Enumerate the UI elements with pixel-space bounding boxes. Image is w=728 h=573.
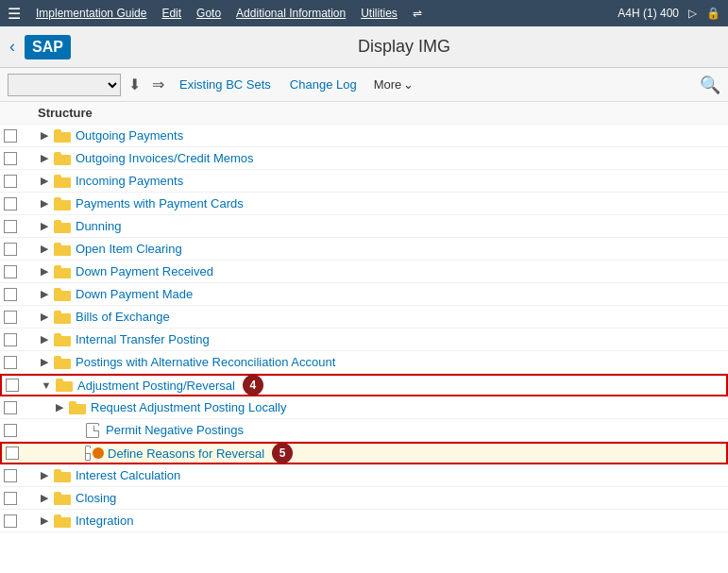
checkbox-request-adjustment[interactable] <box>4 401 17 414</box>
hamburger-icon[interactable]: ☰ <box>8 5 21 23</box>
toolbar-dropdown[interactable] <box>8 74 121 96</box>
tree-label-outgoing-payments[interactable]: Outgoing Payments <box>76 128 183 143</box>
tree-row-postings-alternative[interactable]: ▶Postings with Alternative Reconciliatio… <box>0 351 728 374</box>
tree-label-incoming-payments[interactable]: Incoming Payments <box>76 174 183 188</box>
checkbox-outgoing-invoices[interactable] <box>4 152 17 165</box>
more-menu[interactable]: More ⌄ <box>368 76 420 93</box>
tree-row-permit-negative[interactable]: Permit Negative Postings <box>0 419 728 442</box>
play-icon[interactable]: ▷ <box>688 7 697 20</box>
checkbox-closing[interactable] <box>4 492 17 505</box>
structure-header: Structure <box>0 102 728 125</box>
tree-label-interest-calculation[interactable]: Interest Calculation <box>76 468 180 482</box>
tree-label-bills-of-exchange[interactable]: Bills of Exchange <box>76 310 170 324</box>
tree-row-down-payment-received[interactable]: ▶Down Payment Received <box>0 261 728 283</box>
tree-label-postings-alternative[interactable]: Postings with Alternative Reconciliation… <box>76 355 335 369</box>
badge-adjustment-posting: 4 <box>243 375 263 396</box>
checkbox-outgoing-payments[interactable] <box>4 129 17 143</box>
expand-icon-integration[interactable]: ▶ <box>38 514 51 527</box>
checkbox-permit-negative[interactable] <box>4 424 17 437</box>
lock-icon[interactable]: 🔒 <box>706 7 720 20</box>
expand-icon-interest-calculation[interactable]: ▶ <box>38 469 51 481</box>
existing-bc-sets-link[interactable]: Existing BC Sets <box>172 76 279 93</box>
checkbox-interest-calculation[interactable] <box>4 469 17 482</box>
checkbox-open-item-clearing[interactable] <box>4 243 17 256</box>
menu-additional-info[interactable]: Additional Information <box>236 7 346 20</box>
clock-icon-define-reasons <box>85 445 104 462</box>
expand-icon-outgoing-payments[interactable]: ▶ <box>38 129 51 142</box>
menu-goto[interactable]: Goto <box>196 7 221 20</box>
tree-row-define-reasons[interactable]: Define Reasons for Reversal5 <box>0 442 728 464</box>
tree-row-dunning[interactable]: ▶Dunning <box>0 215 728 238</box>
expand-icon-adjustment-posting[interactable]: ▼ <box>40 379 53 391</box>
folder-icon-outgoing-payments <box>53 127 72 144</box>
tree-row-bills-of-exchange[interactable]: ▶Bills of Exchange <box>0 306 728 329</box>
checkbox-postings-alternative[interactable] <box>4 356 17 369</box>
expand-icon-incoming-payments[interactable]: ▶ <box>38 175 51 187</box>
expand-icon-outgoing-invoices[interactable]: ▶ <box>38 152 51 164</box>
tree-row-request-adjustment[interactable]: ▶Request Adjustment Posting Locally <box>0 396 728 419</box>
tree-row-outgoing-payments[interactable]: ▶Outgoing Payments <box>0 125 728 147</box>
expand-icon-open-item-clearing[interactable]: ▶ <box>38 243 51 255</box>
expand-icon-request-adjustment[interactable]: ▶ <box>53 401 66 413</box>
checkbox-bills-of-exchange[interactable] <box>4 311 17 324</box>
tree-label-adjustment-posting[interactable]: Adjustment Posting/Reversal <box>77 379 235 393</box>
expand-icon-down-payment-received[interactable]: ▶ <box>38 265 51 278</box>
tree-label-outgoing-invoices[interactable]: Outgoing Invoices/Credit Memos <box>76 151 254 165</box>
expand-icon-internal-transfer[interactable]: ▶ <box>38 333 51 345</box>
expand-icon-bills-of-exchange[interactable]: ▶ <box>38 311 51 323</box>
tree-row-down-payment-made[interactable]: ▶Down Payment Made <box>0 283 728 306</box>
tree-label-down-payment-received[interactable]: Down Payment Received <box>76 264 213 278</box>
expand-icon-postings-alternative[interactable]: ▶ <box>38 356 51 368</box>
folder-icon-outgoing-invoices <box>53 150 72 167</box>
checkbox-payments-cards[interactable] <box>4 197 17 211</box>
checkbox-define-reasons[interactable] <box>6 447 19 460</box>
header-bar: ‹ SAP Display IMG <box>0 26 728 68</box>
folder-icon-closing <box>53 490 72 507</box>
tree-row-closing[interactable]: ▶Closing <box>0 487 728 510</box>
tree-row-internal-transfer[interactable]: ▶Internal Transfer Posting <box>0 329 728 351</box>
folder-icon-internal-transfer <box>53 331 72 348</box>
expand-icon-down-payment-made[interactable]: ▶ <box>38 288 51 300</box>
tree-container: ▶Outgoing Payments▶Outgoing Invoices/Cre… <box>0 125 728 532</box>
checkbox-dunning[interactable] <box>4 220 17 233</box>
menu-arrow[interactable]: ⇌ <box>413 7 422 20</box>
search-icon[interactable]: 🔍 <box>700 75 720 95</box>
back-button[interactable]: ‹ <box>9 37 15 57</box>
expand-icon-dunning[interactable]: ▶ <box>38 220 51 232</box>
tree-label-internal-transfer[interactable]: Internal Transfer Posting <box>76 332 210 346</box>
system-icons: A4H (1) 400 ▷ 🔒 <box>618 7 720 20</box>
checkbox-down-payment-made[interactable] <box>4 288 17 301</box>
menu-utilities[interactable]: Utilities <box>361 7 398 20</box>
tree-row-open-item-clearing[interactable]: ▶Open Item Clearing <box>0 238 728 261</box>
expand-icon-closing[interactable]: ▶ <box>38 492 51 504</box>
tree-row-payments-cards[interactable]: ▶Payments with Payment Cards <box>0 193 728 215</box>
tree-label-open-item-clearing[interactable]: Open Item Clearing <box>76 242 182 256</box>
tree-row-integration[interactable]: ▶Integration <box>0 510 728 532</box>
change-log-link[interactable]: Change Log <box>282 76 364 93</box>
tree-label-permit-negative[interactable]: Permit Negative Postings <box>106 423 244 437</box>
tree-row-adjustment-posting[interactable]: ▼Adjustment Posting/Reversal4 <box>0 374 728 396</box>
checkbox-internal-transfer[interactable] <box>4 333 17 346</box>
tree-label-request-adjustment[interactable]: Request Adjustment Posting Locally <box>91 400 286 414</box>
menu-implementation-guide[interactable]: Implementation Guide <box>36 7 146 20</box>
checkbox-integration[interactable] <box>4 514 17 528</box>
tree-row-incoming-payments[interactable]: ▶Incoming Payments <box>0 170 728 193</box>
folder-icon-dunning <box>53 218 72 235</box>
tree-row-outgoing-invoices[interactable]: ▶Outgoing Invoices/Credit Memos <box>0 147 728 170</box>
checkbox-down-payment-received[interactable] <box>4 265 17 278</box>
badge-define-reasons: 5 <box>272 443 293 463</box>
toolbar-arrow-btn[interactable]: ⇒ <box>148 74 168 95</box>
tree-label-dunning[interactable]: Dunning <box>76 219 121 233</box>
folder-icon-open-item-clearing <box>53 241 72 258</box>
tree-label-closing[interactable]: Closing <box>76 491 116 505</box>
checkbox-incoming-payments[interactable] <box>4 175 17 188</box>
tree-row-interest-calculation[interactable]: ▶Interest Calculation <box>0 464 728 487</box>
checkbox-adjustment-posting[interactable] <box>6 379 19 392</box>
menu-edit[interactable]: Edit <box>161 7 181 20</box>
tree-label-down-payment-made[interactable]: Down Payment Made <box>76 287 193 301</box>
expand-icon-payments-cards[interactable]: ▶ <box>38 197 51 210</box>
tree-label-define-reasons[interactable]: Define Reasons for Reversal <box>108 447 264 461</box>
toolbar-down-btn[interactable]: ⬇ <box>125 74 144 95</box>
tree-label-integration[interactable]: Integration <box>76 514 133 528</box>
tree-label-payments-cards[interactable]: Payments with Payment Cards <box>76 196 244 211</box>
